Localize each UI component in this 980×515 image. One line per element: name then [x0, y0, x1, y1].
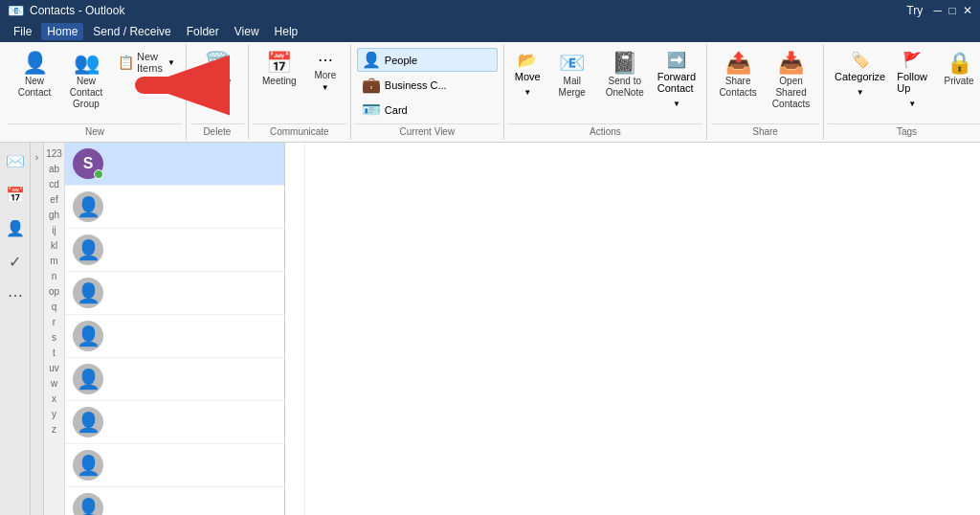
contact-item[interactable]: 👤 [65, 272, 284, 315]
contact-item[interactable]: 👤 [65, 358, 284, 401]
new-contact-button[interactable]: 👤 NewContact [10, 48, 59, 103]
menu-help[interactable]: Help [269, 23, 304, 40]
forward-contact-arrow[interactable]: ▼ [653, 98, 701, 109]
alpha-index: 123 ab cd ef gh ij kl m n op q r s t uv … [44, 143, 65, 515]
alpha-ij[interactable]: ij [52, 223, 56, 238]
contact-list[interactable]: S 👤 👤 👤 [65, 143, 285, 515]
sidebar-people-icon[interactable]: 👤 [2, 215, 29, 241]
mail-merge-icon: 📧 [559, 53, 585, 74]
app-icon: 📧 [8, 3, 24, 18]
contact-item[interactable]: 👤 [65, 315, 284, 358]
alpha-z[interactable]: z [52, 422, 56, 437]
sidebar-more-icon[interactable]: ⋯ [4, 282, 27, 308]
sidebar-tasks-icon[interactable]: ✓ [5, 249, 25, 275]
ribbon-group-new: 👤 NewContact 👥 New ContactGroup 📋 New It… [4, 44, 187, 140]
move-button[interactable]: 📂 Move [510, 48, 546, 85]
new-items-arrow: ▼ [167, 58, 175, 67]
sidebar-calendar-icon[interactable]: 📅 [2, 182, 29, 208]
menu-home[interactable]: Home [41, 23, 83, 40]
new-contact-group-button[interactable]: 👥 New ContactGroup [61, 48, 111, 115]
share-contacts-button[interactable]: 📤 ShareContacts [713, 48, 763, 103]
actions-group-label: Actions [508, 123, 702, 140]
avatar-badge [94, 169, 103, 179]
main-area: ✉️ 📅 👤 ✓ ⋯ › 123 ab cd ef gh ij kl m n [0, 143, 980, 515]
mail-merge-button[interactable]: 📧 MailMerge [547, 48, 597, 103]
people-view-icon: 👤 [362, 51, 381, 69]
send-to-onenote-button[interactable]: 📓 Send toOneNote [599, 48, 651, 103]
more-arrow: ▼ [322, 83, 329, 92]
alpha-op[interactable]: op [49, 284, 59, 300]
menu-bar: File Home Send / Receive Folder View Hel… [0, 21, 980, 42]
business-card-view-button[interactable]: 💼 Business C... [357, 73, 498, 97]
try-label: Try [906, 4, 923, 17]
close-btn[interactable]: ✕ [963, 4, 972, 17]
open-shared-contacts-button[interactable]: 📥 Open SharedContacts [765, 48, 817, 115]
card-view-button[interactable]: 🪪 Card [357, 98, 498, 122]
people-view-button[interactable]: 👤 People [357, 48, 498, 72]
collapse-button[interactable]: › [31, 143, 44, 515]
alpha-uv[interactable]: uv [49, 361, 59, 376]
menu-folder[interactable]: Folder [181, 23, 225, 40]
alpha-m[interactable]: m [50, 254, 57, 269]
tags-group-label: Tags [828, 123, 980, 140]
delete-group-label: Delete [190, 123, 244, 140]
contact-item[interactable]: 👤 [65, 444, 284, 487]
follow-up-icon: 🚩 [902, 51, 922, 69]
alpha-123[interactable]: 123 [46, 146, 62, 162]
private-icon: 🔒 [947, 53, 972, 74]
new-group-label: New [8, 123, 182, 140]
alpha-s[interactable]: s [52, 330, 56, 346]
contact-item[interactable]: 👤 [65, 401, 284, 444]
contact-item[interactable]: 👤 [65, 487, 284, 515]
delete-button[interactable]: 🗑️ Delete [192, 48, 242, 92]
alpha-gh[interactable]: gh [49, 208, 59, 223]
meeting-icon: 📅 [266, 53, 292, 74]
minimize-btn[interactable]: ─ [934, 4, 943, 17]
delete-icon: 🗑️ [204, 53, 230, 74]
categorize-button[interactable]: 🏷️ Categorize [830, 48, 890, 85]
categorize-arrow[interactable]: ▼ [830, 86, 890, 98]
menu-view[interactable]: View [229, 23, 265, 40]
title-bar: 📧 Contacts - Outlook Try ─ □ ✕ [0, 0, 980, 21]
detail-pane [285, 143, 980, 515]
menu-file[interactable]: File [8, 23, 37, 40]
avatar: 👤 [73, 407, 103, 437]
open-shared-contacts-icon: 📥 [778, 53, 804, 74]
ribbon-group-delete: 🗑️ Delete Delete [187, 44, 249, 140]
alpha-t[interactable]: t [53, 346, 56, 361]
title-text: Contacts - Outlook [30, 4, 124, 17]
alpha-cd[interactable]: cd [49, 177, 59, 192]
alpha-q[interactable]: q [52, 300, 57, 315]
alpha-w[interactable]: w [51, 376, 57, 392]
maximize-btn[interactable]: □ [948, 4, 955, 17]
alpha-ef[interactable]: ef [50, 192, 57, 208]
alpha-x[interactable]: x [52, 392, 56, 407]
share-contacts-icon: 📤 [725, 53, 751, 74]
card-view-icon: 🪪 [362, 101, 381, 119]
title-bar-right: Try ─ □ ✕ [906, 4, 972, 17]
contact-item[interactable]: S [65, 143, 284, 186]
alpha-n[interactable]: n [52, 269, 57, 284]
alpha-ab[interactable]: ab [49, 162, 59, 177]
avatar: 👤 [73, 191, 103, 222]
follow-up-arrow[interactable]: ▼ [892, 98, 932, 109]
ribbon-group-share: 📤 ShareContacts 📥 Open SharedContacts Sh… [707, 44, 824, 140]
sidebar-mail-icon[interactable]: ✉️ [2, 148, 29, 174]
alpha-r[interactable]: r [53, 315, 56, 330]
private-button[interactable]: 🔒 Private [934, 48, 980, 92]
new-contact-icon: 👤 [22, 53, 48, 74]
business-card-icon: 💼 [362, 76, 381, 94]
alpha-kl[interactable]: kl [51, 238, 57, 254]
new-items-button[interactable]: 📋 New Items ▼ [113, 48, 180, 77]
more-button[interactable]: ⋯ More ▼ [306, 48, 345, 97]
contact-item[interactable]: 👤 [65, 186, 284, 229]
move-icon: 📂 [518, 51, 537, 69]
alpha-y[interactable]: y [52, 407, 56, 422]
follow-up-button[interactable]: 🚩 FollowUp [892, 48, 932, 97]
move-arrow[interactable]: ▼ [510, 86, 546, 98]
menu-send-receive[interactable]: Send / Receive [87, 23, 176, 40]
contact-item[interactable]: 👤 [65, 229, 284, 272]
meeting-button[interactable]: 📅 Meeting [255, 48, 304, 92]
avatar: S [73, 148, 103, 179]
forward-contact-button[interactable]: ➡️ ForwardContact [653, 48, 701, 97]
